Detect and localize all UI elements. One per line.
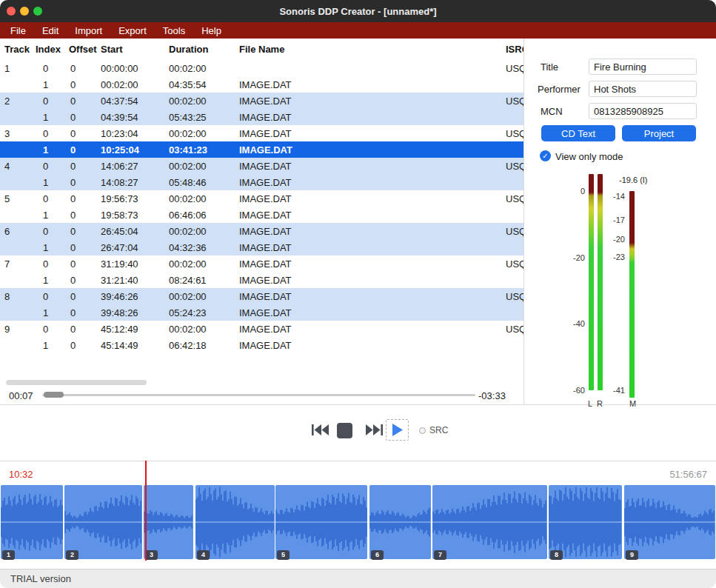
- column-header-offset[interactable]: Offset: [69, 44, 101, 55]
- seek-slider-track[interactable]: [42, 394, 475, 396]
- cell-isrc: USQ: [506, 128, 523, 139]
- column-header-file-name[interactable]: File Name: [239, 44, 506, 55]
- stop-button[interactable]: [337, 423, 352, 438]
- table-row[interactable]: 1031:21:4008:24:61IMAGE.DAT: [0, 272, 523, 288]
- table-row[interactable]: 30010:23:0400:02:00IMAGE.DATUSQ: [0, 125, 523, 141]
- table-row[interactable]: 1014:08:2705:48:46IMAGE.DAT: [0, 174, 523, 190]
- table-row[interactable]: 1045:14:4906:42:18IMAGE.DAT: [0, 337, 523, 353]
- track-table: TrackIndexOffsetStartDurationFile NameIS…: [0, 39, 523, 353]
- cell-isrc: USQ: [506, 96, 523, 107]
- cell-start: 00:00:00: [101, 63, 169, 74]
- cell-start: 45:12:49: [101, 324, 169, 335]
- view-only-check-icon[interactable]: ✓: [540, 150, 551, 161]
- waveform-segment[interactable]: [1, 485, 63, 559]
- table-row[interactable]: 10000:00:0000:02:00USQ: [0, 60, 523, 76]
- track-marker-badge[interactable]: 5: [277, 550, 290, 560]
- cell-file: IMAGE.DAT: [239, 177, 506, 188]
- cell-file: IMAGE.DAT: [239, 324, 506, 335]
- table-row[interactable]: 1039:48:2605:24:23IMAGE.DAT: [0, 304, 523, 321]
- table-row[interactable]: 50019:56:7300:02:00IMAGE.DATUSQ: [0, 190, 523, 207]
- cell-track: 8: [0, 291, 36, 302]
- column-header-duration[interactable]: Duration: [169, 44, 239, 55]
- track-marker-badge[interactable]: 6: [371, 550, 384, 560]
- table-scrollbar-thumb[interactable]: [6, 380, 147, 385]
- cell-start: 26:47:04: [101, 242, 169, 253]
- playhead-cursor[interactable]: [145, 461, 147, 561]
- waveform-band[interactable]: 123456789: [0, 485, 716, 561]
- table-row[interactable]: 1019:58:7306:46:06IMAGE.DAT: [0, 207, 523, 223]
- table-row[interactable]: 1000:02:0004:35:54IMAGE.DAT: [0, 76, 523, 93]
- cell-isrc: USQ: [506, 63, 523, 74]
- play-button[interactable]: [386, 419, 409, 441]
- menu-item-edit[interactable]: Edit: [34, 22, 67, 39]
- cell-start: 10:23:04: [101, 128, 169, 139]
- cell-duration: 08:24:61: [169, 275, 239, 286]
- column-header-isrc[interactable]: ISRC: [506, 44, 523, 55]
- right-panel: Title Performer MCN CD Text Project ✓ Vi…: [526, 39, 716, 404]
- cell-track: 7: [0, 258, 36, 270]
- meter-scale-label: 0: [567, 187, 585, 196]
- menu-item-file[interactable]: File: [2, 22, 34, 39]
- zoom-button[interactable]: [33, 7, 42, 16]
- column-header-start[interactable]: Start: [101, 44, 169, 55]
- waveform-segment[interactable]: [549, 485, 622, 559]
- cd-text-button[interactable]: CD Text: [541, 125, 615, 141]
- table-row-selected[interactable]: 1010:25:0403:41:23IMAGE.DAT: [0, 141, 523, 158]
- meter-bar-left: [589, 174, 594, 390]
- column-header-track[interactable]: Track: [0, 44, 36, 55]
- table-row[interactable]: 70031:19:4000:02:00IMAGE.DATUSQ: [0, 255, 523, 272]
- cell-index: 1: [36, 307, 69, 318]
- table-row[interactable]: 1004:39:5405:43:25IMAGE.DAT: [0, 109, 523, 125]
- track-marker-badge[interactable]: 3: [145, 550, 158, 560]
- table-row[interactable]: 40014:06:2700:02:00IMAGE.DATUSQ: [0, 158, 523, 174]
- waveform-segment[interactable]: [195, 485, 275, 559]
- previous-track-button[interactable]: [312, 424, 329, 438]
- src-label: SRC: [429, 425, 448, 435]
- meter-scale-label: -20: [607, 235, 625, 244]
- track-marker-badge[interactable]: 1: [2, 550, 15, 560]
- menu-item-import[interactable]: Import: [67, 22, 110, 39]
- column-header-index[interactable]: Index: [36, 44, 69, 55]
- waveform-position-label: 10:32: [9, 469, 33, 480]
- table-row[interactable]: 80039:46:2600:02:00IMAGE.DATUSQ: [0, 288, 523, 304]
- next-track-button[interactable]: [366, 424, 383, 438]
- table-row[interactable]: 60026:45:0400:02:00IMAGE.DATUSQ: [0, 223, 523, 239]
- waveform-segment[interactable]: [64, 485, 142, 559]
- waveform-segment[interactable]: [432, 485, 547, 559]
- cell-track: 9: [0, 324, 36, 335]
- cell-index: 1: [36, 242, 69, 253]
- waveform-segment[interactable]: [144, 485, 193, 559]
- cell-offset: 0: [69, 210, 101, 221]
- close-button[interactable]: [7, 7, 16, 16]
- waveform-segment[interactable]: [624, 485, 715, 559]
- track-marker-badge[interactable]: 2: [66, 550, 78, 560]
- table-row[interactable]: 20004:37:5400:02:00IMAGE.DATUSQ: [0, 93, 523, 109]
- cell-duration: 00:02:00: [169, 291, 239, 302]
- mcn-input[interactable]: [589, 103, 697, 119]
- waveform-segment[interactable]: [275, 485, 367, 559]
- table-row[interactable]: 90045:12:4900:02:00IMAGE.DATUSQ: [0, 321, 523, 337]
- table-row[interactable]: 1026:47:0404:32:36IMAGE.DAT: [0, 239, 523, 255]
- track-marker-badge[interactable]: 7: [434, 550, 446, 560]
- menu-item-export[interactable]: Export: [110, 22, 155, 39]
- cell-index: 1: [36, 340, 69, 351]
- track-marker-badge[interactable]: 8: [550, 550, 563, 560]
- cell-file: IMAGE.DAT: [239, 226, 506, 237]
- title-label: Title: [541, 61, 558, 73]
- title-input[interactable]: [589, 59, 697, 75]
- meter-scale-label: -17: [607, 216, 625, 224]
- minimize-button[interactable]: [20, 7, 29, 16]
- meter-scale-label: -60: [567, 386, 585, 395]
- seek-slider-thumb[interactable]: [44, 392, 64, 398]
- cell-file: IMAGE.DAT: [239, 307, 506, 318]
- project-button[interactable]: Project: [622, 125, 696, 141]
- cell-duration: 05:43:25: [169, 112, 239, 123]
- meter-scale-label: -23: [607, 253, 625, 261]
- menu-item-help[interactable]: Help: [193, 22, 230, 39]
- track-marker-badge[interactable]: 4: [197, 550, 210, 560]
- performer-input[interactable]: [589, 81, 697, 97]
- waveform-segment[interactable]: [369, 485, 431, 559]
- menu-item-tools[interactable]: Tools: [155, 22, 193, 39]
- track-marker-badge[interactable]: 9: [626, 550, 638, 560]
- src-indicator-icon[interactable]: [419, 427, 426, 434]
